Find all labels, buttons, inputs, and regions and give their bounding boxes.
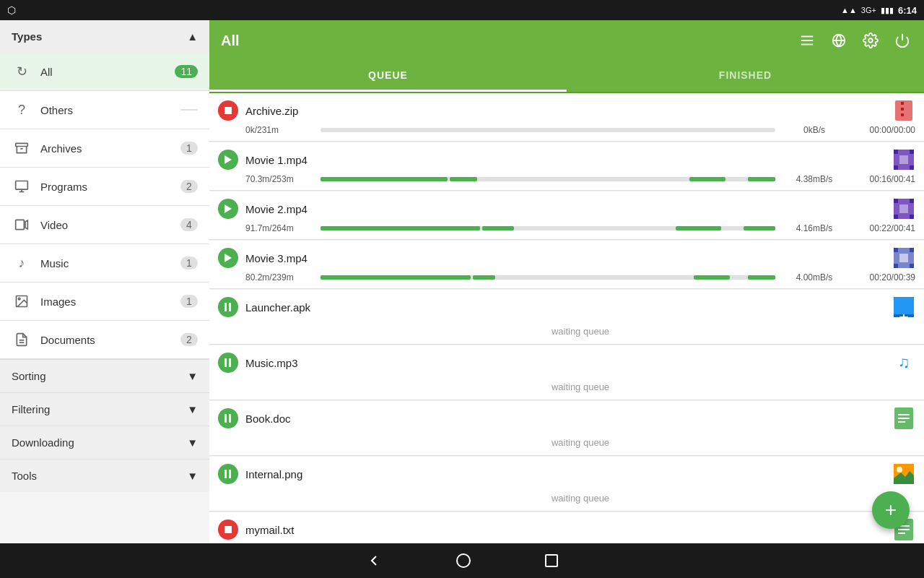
filename-movie2: Movie 2.mp4	[245, 203, 892, 215]
play-btn-movie3[interactable]	[218, 248, 238, 268]
svg-point-15	[868, 38, 873, 43]
status-bar: ⬡ ▲▲ 3G+ ▮▮▮ 6:14	[0, 0, 924, 20]
svg-rect-39	[910, 248, 914, 252]
video-icon	[12, 215, 32, 235]
sidebar-item-music-label: Music	[40, 257, 180, 269]
play-btn-movie1[interactable]	[218, 150, 238, 170]
tools-chevron-icon: ▼	[187, 470, 198, 482]
home-button[interactable]	[455, 552, 472, 569]
settings-icon[interactable]	[860, 30, 881, 51]
documents-icon	[12, 329, 32, 350]
sidebar-item-archives-label: Archives	[40, 142, 180, 155]
time-movie1: 00:16/00:41	[850, 174, 915, 184]
thumb-archive-zip	[892, 99, 915, 122]
sidebar-item-documents[interactable]: Documents 2	[0, 321, 209, 359]
play-btn-movie2[interactable]	[218, 199, 238, 219]
sorting-section[interactable]: Sorting ▼	[0, 359, 209, 392]
sidebar-item-documents-label: Documents	[40, 334, 180, 346]
speed-movie2: 4.16mB/s	[778, 223, 850, 233]
waiting-text-launcher: waiting queue	[245, 322, 915, 338]
svg-rect-57	[225, 470, 227, 478]
svg-rect-49	[225, 358, 227, 367]
svg-rect-58	[229, 470, 231, 478]
stop-btn-archive-zip[interactable]	[218, 100, 238, 121]
types-section-header[interactable]: Types ▲	[0, 20, 209, 53]
downloading-chevron-icon: ▼	[187, 436, 198, 449]
filename-internal: Internal.png	[245, 468, 892, 480]
sidebar-item-images-count: 1	[180, 295, 198, 308]
time-movie3: 00:20/00:39	[850, 272, 915, 282]
size-movie1: 70.3m/253m	[245, 174, 318, 184]
svg-rect-12	[801, 44, 814, 46]
svg-rect-21	[901, 113, 904, 116]
downloading-section[interactable]: Downloading ▼	[0, 426, 209, 459]
sidebar-item-music[interactable]: ♪ Music 1	[0, 244, 209, 282]
svg-rect-0	[16, 143, 28, 146]
waiting-text-music: waiting queue	[245, 377, 915, 394]
thumb-movie1	[892, 148, 915, 171]
sorting-label: Sorting	[12, 370, 46, 382]
sidebar-item-video[interactable]: Video 4	[0, 206, 209, 244]
pause-btn-internal[interactable]	[218, 464, 238, 484]
svg-rect-25	[910, 150, 914, 154]
download-item-archive-zip: Archive.zip 0k/231m 0kB/s 00:00/00:00	[209, 93, 924, 142]
others-icon: ?	[12, 100, 32, 120]
globe-icon[interactable]	[829, 30, 849, 51]
app-status-icon: ⬡	[7, 4, 16, 16]
svg-point-69	[457, 554, 470, 567]
svg-marker-29	[225, 204, 232, 213]
sidebar-item-archives[interactable]: Archives 1	[0, 129, 209, 168]
svg-rect-19	[901, 102, 904, 105]
svg-rect-34	[910, 215, 914, 219]
stop-btn-mymail[interactable]	[218, 519, 238, 540]
filename-mymail: mymail.txt	[245, 524, 892, 536]
svg-rect-17	[225, 107, 232, 114]
sidebar-item-others[interactable]: ? Others	[0, 91, 209, 129]
sidebar-item-programs[interactable]: Programs 2	[0, 168, 209, 206]
svg-rect-28	[899, 155, 908, 164]
pause-btn-book[interactable]	[218, 408, 238, 428]
recents-button[interactable]	[544, 553, 559, 568]
time-display: 6:14	[898, 5, 917, 16]
pause-btn-launcher[interactable]	[218, 297, 238, 317]
images-icon	[12, 291, 32, 311]
add-icon: +	[885, 499, 897, 522]
pause-btn-music[interactable]	[218, 353, 238, 373]
types-label: Types	[12, 30, 42, 43]
downloading-label: Downloading	[12, 436, 74, 449]
download-item-launcher: Launcher.apk waiting queue	[209, 290, 924, 345]
sidebar-item-all-count: 11	[175, 65, 198, 78]
svg-rect-27	[910, 165, 914, 170]
filename-movie3: Movie 3.mp4	[245, 252, 892, 264]
sidebar-item-images[interactable]: Images 1	[0, 282, 209, 321]
sidebar-item-others-count	[180, 109, 198, 111]
music-icon: ♪	[12, 253, 32, 273]
download-item-movie3: Movie 3.mp4 80.2m/239m 4.00	[209, 241, 924, 289]
svg-rect-11	[801, 40, 814, 41]
back-button[interactable]	[365, 552, 383, 569]
add-fab[interactable]: +	[872, 491, 910, 529]
filtering-section[interactable]: Filtering ▼	[0, 392, 209, 426]
tab-finished[interactable]: FINISHED	[567, 61, 924, 92]
list-icon[interactable]	[797, 30, 817, 51]
power-icon[interactable]	[892, 30, 912, 51]
svg-rect-41	[910, 264, 914, 268]
thumb-movie3	[892, 246, 915, 269]
tools-section[interactable]: Tools ▼	[0, 459, 209, 492]
sidebar-item-programs-count: 2	[180, 180, 198, 193]
top-bar-actions	[797, 30, 912, 51]
filtering-label: Filtering	[12, 403, 50, 415]
programs-icon	[12, 176, 32, 197]
sidebar-item-music-count: 1	[180, 256, 198, 269]
progress-bar-movie2	[321, 226, 775, 230]
svg-rect-40	[894, 264, 898, 268]
sidebar-item-all[interactable]: ↻ All 11	[0, 53, 209, 91]
progress-bar-archive-zip	[321, 128, 775, 132]
svg-marker-5	[25, 220, 27, 229]
svg-rect-1	[16, 181, 28, 190]
svg-point-7	[18, 298, 20, 300]
battery-icon: ▮▮▮	[881, 6, 894, 15]
svg-rect-32	[910, 199, 914, 203]
size-movie3: 80.2m/239m	[245, 272, 318, 282]
tab-queue[interactable]: QUEUE	[209, 61, 567, 92]
